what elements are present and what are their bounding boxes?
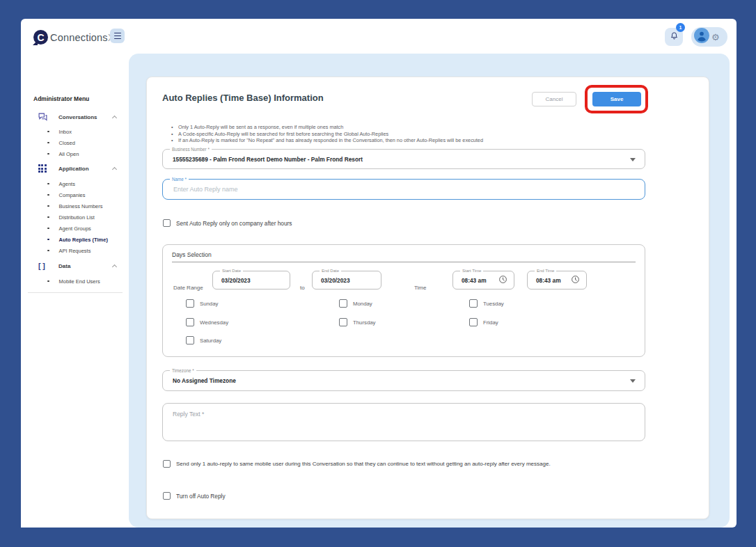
monday-checkbox[interactable] <box>339 299 347 308</box>
day-row-friday: Friday <box>469 318 498 326</box>
chevron-up-icon[interactable] <box>112 115 117 120</box>
sidebar-item-agents[interactable]: Agents <box>47 180 124 188</box>
brackets-icon: [ ] <box>38 262 49 270</box>
avatar[interactable] <box>694 28 709 46</box>
day-row-monday: Monday <box>339 299 372 308</box>
turn-off-row: Turn off Auto Reply <box>163 492 226 500</box>
sidebar-item-closed[interactable]: Closed <box>47 138 124 147</box>
page-title: Auto Replies (Time Base) Information <box>162 93 324 103</box>
sidebar-item-distribution-list[interactable]: Distribution List <box>47 213 124 221</box>
single-reply-row: Send only 1 auto-reply to same mobile us… <box>163 460 551 468</box>
after-hours-checkbox[interactable] <box>163 219 171 227</box>
sidebar-item-agent-groups[interactable]: Agent Groups <box>47 224 124 232</box>
days-divider <box>172 262 636 262</box>
sidebar-item-all-open[interactable]: All Open <box>47 150 124 158</box>
timezone-select[interactable]: Timezone * No Assigned Timezone <box>162 370 645 391</box>
business-number-select[interactable]: Business Number * 15555235689 - Palm Fro… <box>162 149 645 169</box>
end-time-field[interactable]: End Time 08:43 am <box>527 271 587 290</box>
wednesday-checkbox[interactable] <box>186 318 194 326</box>
clock-icon[interactable] <box>498 274 507 287</box>
start-date-field[interactable]: Start Date 03/20/2023 <box>212 271 290 290</box>
sidebar-section-data[interactable]: [ ] Data <box>38 261 116 271</box>
sidebar: Administrator Menu Conversations Inbox C… <box>21 54 129 528</box>
turn-off-checkbox[interactable] <box>163 492 171 500</box>
days-selection-panel: Days Selection Date Range Start Date 03/… <box>162 244 645 357</box>
chat-icon <box>38 113 49 121</box>
bell-icon <box>670 31 679 43</box>
notification-count-badge: 1 <box>676 23 685 32</box>
sidebar-item-mobile-end-users[interactable]: Mobile End Users <box>47 277 124 285</box>
single-reply-checkbox[interactable] <box>163 460 171 468</box>
after-hours-row: Sent Auto Reply only on company after ho… <box>163 219 292 227</box>
content-panel: Auto Replies (Time Base) Information Can… <box>129 54 730 528</box>
friday-checkbox[interactable] <box>469 318 478 326</box>
logo-c-icon: C <box>33 30 48 45</box>
reply-text-field[interactable] <box>162 403 645 441</box>
end-date-field[interactable]: End Date 03/20/2023 <box>312 271 381 290</box>
sidebar-title: Administrator Menu <box>33 95 89 102</box>
apps-grid-icon <box>38 164 49 173</box>
info-notes: •Only 1 Auto-Reply will be sent as a res… <box>171 124 483 144</box>
sunday-checkbox[interactable] <box>186 299 194 308</box>
sidebar-item-business-numbers[interactable]: Business Numbers <box>47 202 124 210</box>
settings-gear-icon[interactable]: ⚙ <box>711 33 720 42</box>
sidebar-item-auto-replies-time[interactable]: Auto Replies (Time) <box>47 235 124 244</box>
name-input[interactable] <box>172 180 631 199</box>
user-menu[interactable]: ⚙ <box>691 27 727 47</box>
thursday-checkbox[interactable] <box>339 318 347 326</box>
day-row-tuesday: Tuesday <box>469 299 504 308</box>
sidebar-item-companies[interactable]: Companies <box>47 191 124 199</box>
reply-text-input[interactable] <box>171 409 636 437</box>
app-window: C ConnectionsXT™ 1 ⚙ Administrator Menu … <box>21 19 737 528</box>
day-row-wednesday: Wednesday <box>186 318 228 326</box>
day-row-thursday: Thursday <box>339 318 376 326</box>
saturday-checkbox[interactable] <box>186 336 194 344</box>
note-line: A Code-specific Auto-Reply will be searc… <box>178 131 388 138</box>
day-row-saturday: Saturday <box>186 336 221 344</box>
chevron-up-icon[interactable] <box>112 166 117 171</box>
dropdown-caret-icon[interactable] <box>630 379 636 383</box>
sidebar-section-conversations[interactable]: Conversations <box>38 112 116 122</box>
chevron-up-icon[interactable] <box>112 264 117 269</box>
note-line: Only 1 Auto-Reply will be sent as a resp… <box>178 124 343 131</box>
sidebar-divider <box>28 292 123 293</box>
day-row-sunday: Sunday <box>186 299 218 308</box>
clock-icon[interactable] <box>571 274 580 287</box>
tuesday-checkbox[interactable] <box>469 299 478 308</box>
name-field[interactable]: Name * <box>162 179 645 200</box>
auto-reply-form-card: Auto Replies (Time Base) Information Can… <box>146 77 709 519</box>
menu-toggle-button[interactable] <box>110 29 125 43</box>
start-time-field[interactable]: Start Time 08:43 am <box>452 271 514 290</box>
dropdown-caret-icon[interactable] <box>630 158 636 161</box>
sidebar-item-inbox[interactable]: Inbox <box>47 127 124 136</box>
save-button[interactable]: Save <box>592 92 641 106</box>
sidebar-item-api-requests[interactable]: API Requests <box>47 246 124 255</box>
cancel-button[interactable]: Cancel <box>532 92 576 106</box>
sidebar-section-application[interactable]: Application <box>38 164 116 173</box>
note-line: If an Auto-Reply is marked for "No Repea… <box>178 137 483 144</box>
